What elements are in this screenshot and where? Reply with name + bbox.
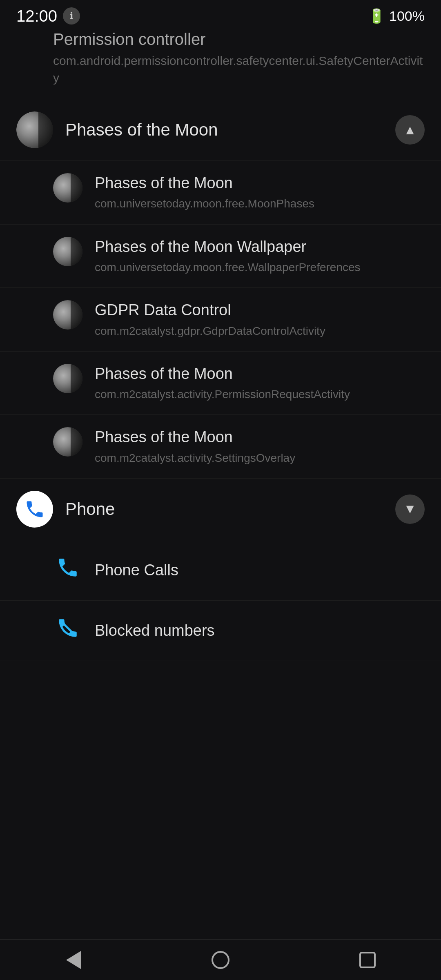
phases-section-title: Phases of the Moon <box>65 120 395 140</box>
permission-controller-header: Permission controller com.android.permis… <box>0 29 441 99</box>
phases-item-4-subtitle: com.m2catalyst.activity.PermissionReques… <box>95 386 425 402</box>
moon-icon-1 <box>53 173 82 203</box>
moon-icon-2 <box>53 237 82 266</box>
status-time: 12:00 <box>16 7 57 25</box>
home-icon <box>212 951 229 969</box>
status-bar-left: 12:00 ℹ <box>16 7 80 25</box>
phases-chevron-up-button[interactable]: ▲ <box>395 115 425 145</box>
moon-icon-3 <box>53 300 82 330</box>
list-item[interactable]: Blocked numbers <box>0 601 441 661</box>
phases-item-5-title: Phases of the Moon <box>95 427 425 447</box>
nav-bar <box>0 939 441 980</box>
phases-item-3-subtitle: com.m2catalyst.gdpr.GdprDataControlActiv… <box>95 323 425 339</box>
nav-back-button[interactable] <box>49 948 98 972</box>
phases-item-3-text: GDPR Data Control com.m2catalyst.gdpr.Gd… <box>95 300 425 339</box>
blocked-numbers-label: Blocked numbers <box>95 622 215 639</box>
notification-icon: ℹ <box>63 7 80 24</box>
moon-icon-4 <box>53 364 82 393</box>
list-item[interactable]: Phases of the Moon com.m2catalyst.activi… <box>0 415 441 479</box>
phone-section-title: Phone <box>65 499 395 519</box>
phone-calls-icon <box>53 556 82 585</box>
phone-calls-label: Phone Calls <box>95 561 178 579</box>
phone-sub-items: Phone Calls Blocked numbers <box>0 540 441 661</box>
phases-item-2-text: Phases of the Moon Wallpaper com.univers… <box>95 237 425 276</box>
phases-item-5-subtitle: com.m2catalyst.activity.SettingsOverlay <box>95 450 425 466</box>
status-bar: 12:00 ℹ 🔋 100% <box>0 0 441 29</box>
nav-home-button[interactable] <box>196 948 245 972</box>
phone-section-icon <box>16 491 53 528</box>
phone-chevron-down-button[interactable]: ▼ <box>395 494 425 524</box>
permission-controller-subtitle: com.android.permissioncontroller.safetyc… <box>53 52 425 87</box>
phases-item-1-subtitle: com.universetoday.moon.free.MoonPhases <box>95 196 425 212</box>
phone-handset-icon <box>24 499 45 520</box>
battery-icon: 🔋 <box>368 8 385 24</box>
phases-item-1-title: Phases of the Moon <box>95 173 425 193</box>
phases-section-header[interactable]: Phases of the Moon ▲ <box>0 99 441 161</box>
battery-text: 100% <box>389 8 425 24</box>
status-bar-right: 🔋 100% <box>368 8 425 24</box>
nav-recents-button[interactable] <box>343 948 392 972</box>
list-item[interactable]: GDPR Data Control com.m2catalyst.gdpr.Gd… <box>0 288 441 352</box>
phone-section-header[interactable]: Phone ▼ <box>0 479 441 540</box>
recents-icon <box>359 952 376 968</box>
list-item[interactable]: Phone Calls <box>0 540 441 601</box>
phases-item-4-title: Phases of the Moon <box>95 364 425 384</box>
phases-sub-items: Phases of the Moon com.universetoday.moo… <box>0 161 441 479</box>
back-icon <box>66 951 81 969</box>
permission-controller-title: Permission controller <box>53 29 425 50</box>
list-item[interactable]: Phases of the Moon com.m2catalyst.activi… <box>0 352 441 415</box>
phases-item-1-text: Phases of the Moon com.universetoday.moo… <box>95 173 425 212</box>
list-item[interactable]: Phases of the Moon com.universetoday.moo… <box>0 161 441 225</box>
blocked-numbers-icon <box>53 616 82 645</box>
phases-item-3-title: GDPR Data Control <box>95 300 425 320</box>
list-item[interactable]: Phases of the Moon Wallpaper com.univers… <box>0 225 441 288</box>
phases-item-4-text: Phases of the Moon com.m2catalyst.activi… <box>95 364 425 403</box>
moon-icon-5 <box>53 427 82 457</box>
phases-moon-icon <box>16 111 53 148</box>
phases-item-2-subtitle: com.universetoday.moon.free.WallpaperPre… <box>95 259 425 275</box>
phases-item-2-title: Phases of the Moon Wallpaper <box>95 237 425 257</box>
phases-item-5-text: Phases of the Moon com.m2catalyst.activi… <box>95 427 425 466</box>
